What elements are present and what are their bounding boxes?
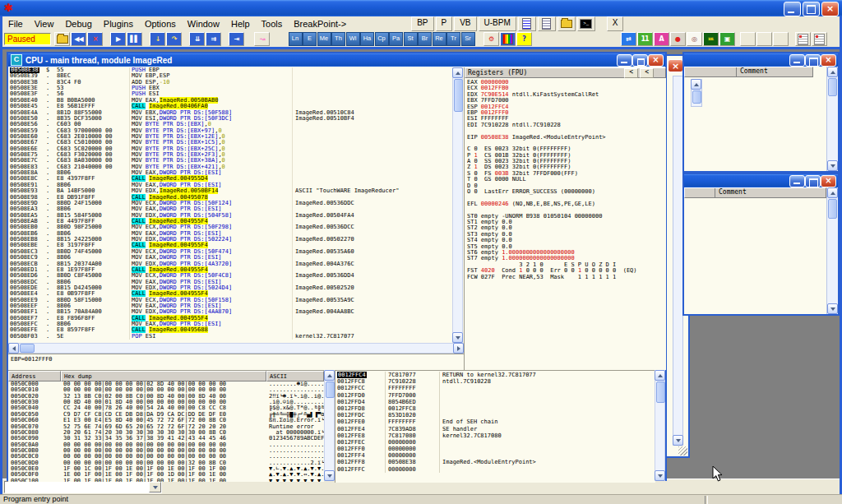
register-line[interactable] — [467, 128, 666, 134]
toolbar-pane-button-e[interactable]: E — [303, 32, 317, 46]
register-line[interactable]: EFL 00000246 (NO,NB,E,BE,NS,PE,GE,LE) — [467, 201, 666, 207]
toolbar-button-bp[interactable]: BP — [411, 16, 433, 31]
stack-row[interactable]: 0012FFE0FFFFFFFFEnd of SEH chain — [335, 418, 655, 425]
run-button[interactable]: ▶ — [110, 32, 126, 46]
menu-item-file[interactable]: File — [2, 17, 29, 30]
stack-row[interactable]: 0012FFF400000000 — [335, 452, 655, 459]
registers-prev2-button[interactable]: < — [640, 68, 654, 78]
register-line[interactable] — [467, 195, 666, 201]
stack-row[interactable]: 0012FFC47C817077RETURN to kernel32.7C817… — [335, 372, 655, 378]
register-line[interactable]: ECX 0012FFB0 — [467, 86, 666, 91]
stack-row[interactable]: 0012FFF800508E38ImageRed.<ModuleEntryPoi… — [335, 459, 655, 465]
register-line[interactable]: ESI FFFFFFFF — [467, 116, 666, 122]
register-line[interactable]: EDX 7C90E514 ntdll.KiFastSystemCallRet — [467, 92, 666, 98]
stack-row[interactable]: 0012FFE87C817080kernel32.7C817080 — [335, 432, 655, 439]
toolbar-button-ubpm[interactable]: U-BPM — [479, 16, 516, 31]
list-notes-button[interactable] — [795, 32, 811, 46]
step-into-button[interactable]: ↓ — [150, 32, 165, 46]
disasm-row[interactable]: 00508ED6.8B0D C8F45000MOV ECX,DWORD PTR … — [8, 273, 452, 279]
disasm-row[interactable]: 00508EFE.E8 8597F8FFCALL ImageRed.004956… — [8, 327, 452, 333]
menu-item-view[interactable]: View — [29, 17, 60, 30]
appearance-button[interactable] — [500, 32, 516, 46]
page-icon-button[interactable] — [538, 16, 556, 31]
registers-header[interactable]: Registers (FPU) < < — [465, 67, 666, 78]
blank-button-1[interactable] — [740, 32, 756, 46]
register-line[interactable]: ST3 empty 0.0 — [467, 232, 666, 238]
register-line[interactable]: P 1 CS 001B 32bit 0(FFFFFFFF) — [467, 153, 666, 159]
list-marks-button[interactable] — [812, 32, 827, 46]
disasm-row[interactable]: 00508E83.C683 21040000 00MOV BYTE PTR DS… — [8, 164, 452, 170]
stack-row[interactable]: 0012FFD80012FFC8 — [335, 405, 655, 412]
notes-icon-button[interactable] — [518, 16, 536, 31]
disassembly-hscrollbar[interactable] — [8, 343, 464, 354]
stack-row[interactable]: 0012FFF000000000 — [335, 446, 655, 452]
disasm-row[interactable]: 00508E38$55PUSH EBP — [8, 67, 452, 73]
dump-scrollbar[interactable] — [324, 370, 335, 481]
main-titlebar[interactable]: ✱ × — [0, 0, 842, 16]
register-line[interactable]: EBP 0012FFF0 — [467, 110, 666, 116]
blank-button-2[interactable] — [756, 32, 772, 46]
analyze-a-button[interactable]: A — [654, 32, 669, 46]
converter-button[interactable]: 11 — [637, 32, 653, 46]
register-line[interactable]: ST0 empty -UNORM B938 01050104 00000000 — [467, 214, 666, 220]
toolbar-pane-button-wi[interactable]: Wi — [346, 32, 360, 46]
stack-row[interactable]: 0012FFEC00000000 — [335, 439, 655, 446]
register-line[interactable]: EDI 7C910228 ntdll.7C910228 — [467, 123, 666, 128]
comment-bottom-maximize-button[interactable] — [805, 175, 821, 187]
close-program-button[interactable]: × — [87, 32, 103, 46]
register-line[interactable]: T 0 GS 0000 NULL — [467, 177, 666, 183]
disasm-row[interactable]: 00508EF7.E8 F896F8FFCALL ImageRed.004955… — [8, 316, 452, 321]
menu-item-window[interactable]: Window — [182, 17, 225, 30]
comment-window-bottom-titlebar[interactable]: × — [684, 174, 838, 187]
window-button[interactable]: ▣ — [719, 32, 735, 46]
dump-header-ascii[interactable]: ASCII — [266, 371, 324, 381]
register-line[interactable]: S 0 FS 003B 32bit 7FFDF000(FFF) — [467, 171, 666, 177]
comment-column-header[interactable]: Comment — [715, 188, 747, 197]
stack-row[interactable]: 0012FFE47C839AD8SE handler — [335, 426, 655, 432]
disasm-row[interactable]: 00508EB0.8B0D 98F25000MOV ECX,DWORD PTR … — [8, 224, 452, 230]
register-line[interactable]: ST6 empty 1.0000000000000000000 — [467, 250, 666, 256]
register-line[interactable]: D 0 — [467, 183, 666, 189]
stack-row[interactable]: 0012FFFC00000000 — [335, 466, 655, 473]
toolbar-pane-button-tr[interactable]: Tr — [446, 32, 460, 46]
toolbar-pane-button-me[interactable]: Me — [317, 32, 331, 46]
comment-bottom-close-button[interactable]: × — [821, 175, 836, 187]
comment-top-header[interactable]: Comment — [684, 67, 813, 77]
record-button[interactable]: ● — [670, 32, 686, 46]
register-line[interactable]: ST5 empty 0.0 — [467, 244, 666, 250]
trace-button[interactable]: ↝ — [254, 32, 270, 46]
stack-row[interactable]: 0012FFD48054B6ED — [335, 399, 655, 405]
register-line[interactable]: EIP 00508E38 ImageRed.<ModuleEntryPoint> — [467, 135, 666, 141]
binary-button[interactable]: 101 — [703, 32, 719, 46]
register-line[interactable] — [467, 207, 666, 213]
open-file-button[interactable] — [54, 32, 70, 46]
toolbar-pane-button-re[interactable]: Re — [433, 32, 446, 46]
register-line[interactable]: ESP 0012FFC4 — [467, 104, 666, 110]
pause-button[interactable]: ▌▌ — [127, 32, 142, 46]
animate-over-button[interactable]: ⇉ — [206, 32, 221, 46]
cpu-titlebar[interactable]: C CPU - main thread, module ImageRed × — [8, 53, 665, 67]
menu-item-plugins[interactable]: Plugins — [98, 17, 139, 30]
comment-top-scrollbar[interactable] — [826, 67, 838, 171]
step-over-button[interactable]: ↷ — [166, 32, 182, 46]
disasm-row[interactable]: 00508E3E.53PUSH EBX — [8, 86, 452, 91]
disasm-row[interactable]: 00508E9D.8B0D 24F15000MOV ECX,DWORD PTR … — [8, 201, 452, 206]
disasm-row[interactable]: 00508EC3.8B0D 74F45000MOV ECX,DWORD PTR … — [8, 249, 452, 255]
register-line[interactable]: ST7 empty 1.0000000000000000000 — [467, 256, 666, 261]
stack-row[interactable]: 0012FFDC853D1020 — [335, 412, 655, 418]
menu-item-help[interactable]: Help — [225, 17, 256, 30]
background-window-close-button[interactable]: × — [668, 59, 683, 72]
comment-bottom-minimize-button[interactable] — [789, 175, 805, 187]
register-line[interactable]: EBX 7FFD7000 — [467, 98, 666, 104]
disasm-row[interactable]: 00508E8C.E8 4397F8FFCALL ImageRed.004955… — [8, 176, 452, 182]
stack-scrollbar[interactable] — [655, 370, 665, 481]
menu-item-options[interactable]: Options — [139, 17, 182, 30]
maximize-button[interactable] — [803, 2, 820, 16]
disassembly-pane[interactable]: 00508E38$55PUSH EBP00508E39.8BECMOV EBP,… — [8, 67, 452, 342]
register-line[interactable]: FST 4020 Cond 1 0 0 0 Err 0 0 1 0 0 0 0 … — [467, 268, 666, 274]
registers-pane[interactable]: Registers (FPU) < < EAX 00000000ECX 0012… — [464, 67, 666, 370]
stack-row[interactable]: 0012FFC87C910228ntdll.7C910228 — [335, 378, 655, 385]
dump-pane[interactable]: Address Hex dump ASCII 0050C00000 00 00 … — [8, 370, 324, 482]
minimize-button[interactable] — [784, 2, 801, 16]
disassembly-scrollbar[interactable] — [452, 67, 463, 343]
